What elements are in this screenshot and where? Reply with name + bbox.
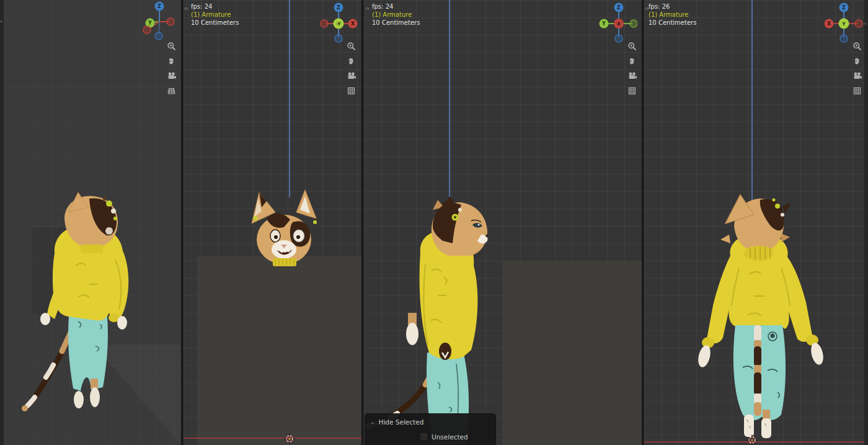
camera-icon[interactable] [346, 71, 356, 81]
units-label: 10 Centimeters [372, 19, 420, 27]
svg-text:Z: Z [337, 5, 340, 11]
x-axis-line-front [184, 438, 361, 439]
unselected-checkbox[interactable] [420, 433, 428, 441]
active-object-label: (1) Armature [649, 11, 696, 19]
gizmo-z-neg-axis[interactable] [155, 32, 162, 40]
move-hand-icon[interactable] [346, 56, 356, 66]
zoom-icon[interactable] [346, 41, 356, 52]
panel-title: Hide Selected [379, 418, 424, 426]
gizmo-z-neg-axis[interactable] [840, 35, 848, 42]
move-hand-icon[interactable] [166, 56, 177, 66]
svg-text:X: X [827, 21, 831, 27]
svg-text:X: X [617, 21, 621, 27]
gizmo-x-neg-axis[interactable] [855, 20, 862, 27]
region-resize-icon[interactable]: ‹› [184, 5, 188, 12]
z-axis-line-back [751, 0, 753, 202]
operator-panel-hide-selected[interactable]: ⌄ Hide Selected Unselected [365, 413, 496, 445]
backdrop-box-side [502, 261, 642, 445]
viewport4-overlay: fps: 26 (1) Armature 10 Centimeters [649, 2, 696, 27]
camera-icon[interactable] [852, 71, 862, 81]
nav-gizmo-side[interactable]: Z Y X [598, 1, 637, 43]
hand [406, 323, 418, 345]
panel-collapse-chevron-icon[interactable]: ⌄ [370, 419, 375, 425]
z-axis-line-front [289, 0, 290, 197]
zoom-icon[interactable] [166, 41, 177, 52]
camera-icon[interactable] [166, 71, 177, 81]
gizmo-x-neg-axis[interactable] [321, 20, 328, 27]
nav-gizmo-front[interactable]: Z X -Y [319, 1, 358, 43]
move-hand-icon[interactable] [627, 56, 637, 66]
viewport3-overlay: fps: 24 (1) Armature 10 Centimeters [372, 2, 420, 27]
viewport2-overlay: fps: 24 (1) Armature 10 Centimeters [191, 2, 239, 27]
right-region-edge[interactable]: ‹ [864, 0, 868, 445]
grid-ortho-icon[interactable] [852, 86, 862, 96]
character-back-three-quarter[interactable] [16, 191, 140, 430]
unselected-checkbox-label[interactable]: Unselected [432, 433, 468, 441]
gizmo-x-neg-axis[interactable] [143, 26, 151, 34]
character-side-view[interactable] [363, 196, 497, 445]
grid-ortho-icon[interactable] [346, 86, 356, 96]
z-axis-line-side [449, 0, 450, 205]
camera-icon[interactable] [627, 71, 637, 81]
viewport2-tools [346, 41, 356, 96]
nav-gizmo-perspective[interactable]: Z Y [141, 0, 181, 42]
gizmo-z-neg-axis[interactable] [615, 35, 622, 42]
svg-text:X: X [351, 21, 355, 27]
fps-counter: fps: 24 [372, 2, 420, 11]
character-front-head[interactable] [243, 186, 327, 267]
pants [68, 309, 108, 391]
grid-ortho-icon[interactable] [627, 86, 637, 96]
nav-gizmo-back[interactable]: Z X Y [823, 1, 863, 43]
viewport4-tools [852, 41, 862, 96]
active-object-label: (1) Armature [191, 11, 239, 19]
svg-text:Y: Y [841, 21, 846, 27]
blender-window: › [0, 0, 868, 445]
foot [761, 418, 771, 438]
gizmo-y-neg-axis[interactable] [630, 20, 637, 27]
cursor-3d [284, 433, 295, 444]
units-label: 10 Centimeters [649, 19, 696, 27]
fps-counter: fps: 26 [649, 2, 696, 11]
zoom-icon[interactable] [627, 41, 637, 52]
muzzle [272, 240, 296, 259]
viewport3-tools [627, 41, 637, 96]
svg-text:Z: Z [617, 5, 621, 11]
svg-text:Y: Y [148, 20, 152, 26]
collar [273, 258, 296, 266]
svg-text:Y: Y [601, 21, 606, 27]
cursor-3d [746, 434, 758, 445]
backdrop-box-front [197, 256, 361, 445]
grid-ortho-icon[interactable] [166, 86, 177, 96]
move-hand-icon[interactable] [852, 56, 862, 66]
left-region-edge[interactable]: › [0, 0, 4, 445]
gizmo-z-neg-axis[interactable] [335, 35, 342, 42]
svg-text:-Y: -Y [336, 21, 341, 27]
active-object-label: (1) Armature [372, 11, 420, 19]
svg-text:Z: Z [157, 4, 161, 9]
edge-chevron-icon[interactable]: ‹ [864, 21, 867, 27]
edge-chevron-icon[interactable]: › [0, 19, 2, 24]
character-back-view[interactable] [689, 194, 831, 445]
fps-counter: fps: 24 [191, 2, 239, 11]
zoom-icon[interactable] [852, 41, 862, 52]
viewport1-tools [166, 41, 177, 96]
region-resize-icon[interactable]: ‹› [365, 5, 369, 12]
gizmo-x-axis[interactable] [167, 18, 174, 25]
tail [754, 325, 761, 341]
units-label: 10 Centimeters [191, 19, 239, 27]
svg-text:Z: Z [842, 5, 846, 11]
